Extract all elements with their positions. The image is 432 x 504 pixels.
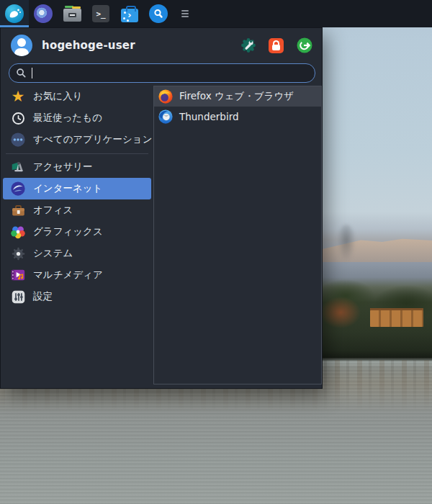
category-label: インターネット [33,182,102,195]
app-finder-icon [149,4,168,23]
whisker-menu-button[interactable] [0,0,29,27]
accessories-icon [9,158,27,176]
search-input[interactable] [9,63,315,83]
wallpaper-smoke [337,225,356,262]
terminal-launcher[interactable]: >_ [86,0,115,27]
app-label: Firefox ウェブ・ブラウザ [179,90,294,103]
web-browser-icon [34,4,53,23]
firefox-icon [158,89,174,104]
category-recently-used[interactable]: 最近使ったもの [3,107,151,129]
application-list: Firefox ウェブ・ブラウザ [153,86,322,384]
category-label: マルチメディア [33,269,103,282]
web-browser-launcher[interactable] [29,0,58,27]
category-label: 最近使ったもの [33,112,102,125]
category-label: オフィス [33,204,73,217]
category-settings[interactable]: 設定 [3,286,151,307]
category-label: すべてのアプリケーション [33,133,152,146]
system-icon [9,245,27,262]
desktop: >_ › [0,0,432,504]
terminal-icon: >_ [92,5,109,22]
logout-button[interactable] [297,37,312,53]
username: hogehoge-user [42,39,135,52]
settings-icon [9,288,27,305]
category-label: システム [33,247,73,260]
category-label: アクセサリー [33,161,93,174]
header-actions [240,37,312,53]
software-launcher[interactable]: › [115,0,144,27]
office-icon [9,202,27,219]
menu-header: hogehoge-user [1,28,322,63]
app-label: Thunderbird [179,111,239,122]
thunderbird-icon [158,109,174,125]
category-label: グラフィックス [33,225,103,238]
category-graphics[interactable]: グラフィックス [3,221,151,243]
window-menu-icon [181,10,189,17]
category-separator [6,153,148,154]
category-favorites[interactable]: ★ お気に入り [3,86,151,107]
window-menu-button[interactable] [173,0,192,27]
all-apps-icon [9,131,27,148]
settings-wrench-icon [240,37,256,53]
lock-screen-button[interactable] [269,37,284,53]
app-finder-launcher[interactable] [144,0,173,27]
whisker-menu-popup: hogehoge-user [0,27,323,389]
category-accessories[interactable]: アクセサリー [3,156,151,178]
internet-icon [9,180,27,197]
category-label: お気に入り [33,90,82,103]
category-system[interactable]: システム [3,243,151,264]
top-panel: >_ › [0,0,432,27]
multimedia-icon [9,266,27,284]
category-internet[interactable]: インターネット [3,178,151,199]
star-icon: ★ [9,88,27,105]
software-toolbox-icon: › [121,9,138,22]
clock-icon [9,109,27,127]
file-manager-launcher[interactable] [58,0,86,27]
whisker-menu-icon [5,4,24,23]
file-manager-icon [63,6,81,22]
wallpaper-cliff [313,238,432,262]
user-avatar-icon [11,35,32,56]
wallpaper-lit-bush [320,297,361,328]
category-label: 設定 [33,290,53,303]
app-item-firefox[interactable]: Firefox ウェブ・ブラウザ [154,86,321,107]
app-item-thunderbird[interactable]: Thunderbird [154,107,321,127]
category-list: ★ お気に入り 最近使ったもの [3,86,151,307]
wallpaper-building [370,308,423,327]
category-all-applications[interactable]: すべてのアプリケーション [3,129,151,150]
category-office[interactable]: オフィス [3,199,151,221]
lock-screen-icon [269,38,284,53]
settings-manager-button[interactable] [240,37,256,53]
logout-icon [297,37,312,53]
graphics-icon [9,223,27,240]
category-multimedia[interactable]: マルチメディア [3,264,151,286]
